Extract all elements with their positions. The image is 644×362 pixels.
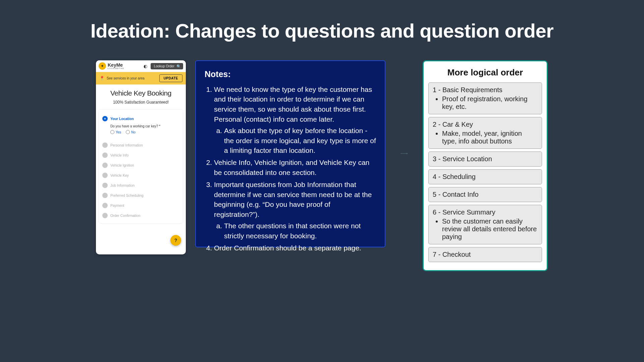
notes-heading: Notes: (205, 68, 376, 80)
step-dot (102, 153, 108, 158)
step-dot (102, 163, 108, 168)
order-panel: More logical order 1 - Basic Requirement… (423, 60, 548, 271)
note-item: Vehicle Info, Vehicle Ignition, and Vehi… (214, 158, 376, 178)
note-subitem: Ask about the type of key before the loc… (224, 126, 376, 156)
radio-yes-label: Yes (116, 130, 121, 134)
note-item: We need to know the type of key the cust… (214, 84, 376, 156)
help-button[interactable]: ? (170, 235, 181, 246)
moon-icon[interactable]: ◐ (144, 64, 147, 69)
note-item: Order Confirmation should be a separate … (214, 243, 376, 253)
step-label-location: Your Location (110, 117, 134, 121)
arrow-icon (386, 153, 423, 154)
order-card: 5 - Contact Info (428, 187, 542, 202)
logo-name: KeyMe (108, 63, 124, 67)
lookup-label: Lookup Order (154, 64, 174, 68)
step-label: Preferred Scheduling (110, 193, 144, 197)
order-heading: More logical order (428, 67, 542, 78)
order-card-title: 7 - Checkout (433, 251, 538, 258)
radio-yes[interactable]: Yes (110, 130, 121, 134)
radio-icon (110, 130, 114, 134)
pin-icon: 📍 (99, 76, 105, 81)
step-label: Vehicle Key (110, 173, 129, 177)
step-dot (102, 193, 108, 198)
booking-title: Vehicle Key Booking (96, 89, 186, 97)
search-icon: 🔍 (176, 64, 181, 69)
service-area-bar: 📍 See services in your area UPDATE (96, 72, 186, 84)
step-dot (102, 142, 108, 148)
step-label: Job Information (110, 183, 135, 187)
order-card: 1 - Basic Requirements Proof of registra… (428, 82, 542, 114)
order-card: 7 - Checkout (428, 247, 542, 262)
slide: Ideation: Changes to questions and quest… (78, 0, 566, 274)
step-label: Vehicle Info (110, 153, 128, 157)
order-card-sub: Make, model, year, ignition type, info a… (442, 130, 538, 145)
step-label: Payment (110, 203, 124, 207)
radio-icon (126, 130, 130, 134)
step-dot (102, 213, 108, 218)
step-label: Personal Information (110, 143, 143, 147)
step-label: Order Confirmation (110, 214, 140, 218)
step-dot (102, 183, 108, 188)
order-card-title: 6 - Service Summary (433, 208, 538, 216)
order-card: 3 - Service Location (428, 152, 542, 167)
steps-card: ● Your Location Do you have a working ca… (99, 109, 183, 224)
booking-sub: 100% Satisfaction Guaranteed! (96, 100, 186, 105)
question-text: Do you have a working car key? * (110, 124, 179, 128)
phone-header: ✦ KeyMe LOCKSMITHS ◐ Lookup Order 🔍 (96, 60, 186, 72)
order-card-sub: Proof of registration, working key, etc. (442, 95, 538, 111)
lookup-order-button[interactable]: Lookup Order 🔍 (151, 63, 183, 69)
order-card: 2 - Car & Key Make, model, year, ignitio… (428, 117, 542, 149)
key-icon: ✦ (99, 62, 106, 70)
order-card: 6 - Service Summary So the customer can … (428, 205, 542, 244)
order-card-title: 4 - Scheduling (433, 173, 538, 181)
phone-mock: ✦ KeyMe LOCKSMITHS ◐ Lookup Order 🔍 (96, 60, 186, 254)
order-card-sub: So the customer can easily review all de… (442, 218, 538, 241)
order-card-title: 2 - Car & Key (433, 121, 538, 128)
update-button[interactable]: UPDATE (159, 74, 182, 82)
logo-sub: LOCKSMITHS (108, 67, 124, 69)
note-item: Important questions from Job Information… (214, 180, 376, 241)
order-card-title: 5 - Contact Info (433, 191, 538, 198)
step-dot (102, 203, 108, 208)
order-card-title: 3 - Service Location (433, 155, 538, 163)
step-dot (102, 173, 108, 178)
order-card-title: 1 - Basic Requirements (433, 86, 538, 94)
note-subitem: The other questions in that section were… (224, 221, 376, 241)
notes-panel: Notes: We need to know the type of key t… (195, 60, 385, 247)
step-dot-active: ● (102, 116, 108, 121)
radio-no-label: No (131, 130, 136, 134)
order-card: 4 - Scheduling (428, 169, 542, 184)
logo: ✦ KeyMe LOCKSMITHS (99, 62, 124, 70)
step-label: Vehicle Ignition (110, 163, 134, 167)
area-text: See services in your area (107, 76, 145, 80)
page-title: Ideation: Changes to questions and quest… (78, 0, 566, 42)
radio-no[interactable]: No (126, 130, 136, 134)
